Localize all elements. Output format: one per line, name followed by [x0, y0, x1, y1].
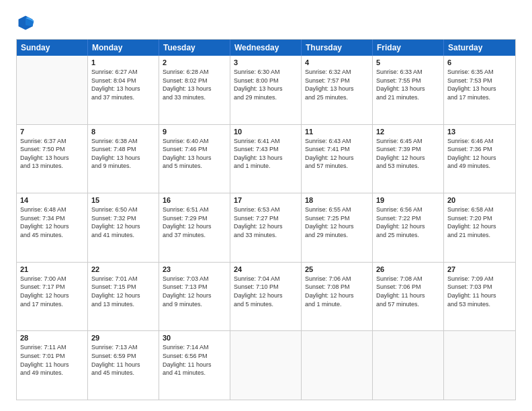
- calendar-row-3: 21Sunrise: 7:00 AM Sunset: 7:17 PM Dayli…: [17, 263, 515, 332]
- day-info: Sunrise: 6:43 AM Sunset: 7:41 PM Dayligh…: [305, 137, 369, 171]
- day-cell-26: 26Sunrise: 7:08 AM Sunset: 7:06 PM Dayli…: [373, 263, 444, 331]
- calendar-body: 1Sunrise: 6:27 AM Sunset: 8:04 PM Daylig…: [17, 56, 515, 400]
- calendar-row-0: 1Sunrise: 6:27 AM Sunset: 8:04 PM Daylig…: [17, 56, 515, 125]
- day-info: Sunrise: 6:38 AM Sunset: 7:48 PM Dayligh…: [91, 137, 155, 171]
- weekday-header-wednesday: Wednesday: [230, 40, 302, 56]
- day-info: Sunrise: 7:03 AM Sunset: 7:13 PM Dayligh…: [163, 275, 226, 308]
- day-cell-10: 10Sunrise: 6:41 AM Sunset: 7:43 PM Dayli…: [230, 125, 302, 193]
- empty-cell: [230, 331, 302, 400]
- day-info: Sunrise: 6:46 AM Sunset: 7:36 PM Dayligh…: [447, 137, 512, 171]
- day-number: 16: [163, 196, 226, 204]
- day-cell-15: 15Sunrise: 6:50 AM Sunset: 7:32 PM Dayli…: [88, 193, 159, 262]
- day-info: Sunrise: 6:51 AM Sunset: 7:29 PM Dayligh…: [163, 205, 226, 239]
- day-number: 30: [163, 334, 226, 342]
- day-number: 20: [447, 196, 512, 204]
- day-number: 25: [305, 265, 369, 273]
- day-info: Sunrise: 6:48 AM Sunset: 7:34 PM Dayligh…: [20, 205, 84, 239]
- weekday-header-saturday: Saturday: [444, 40, 515, 56]
- day-cell-23: 23Sunrise: 7:03 AM Sunset: 7:13 PM Dayli…: [159, 263, 230, 331]
- calendar-row-2: 14Sunrise: 6:48 AM Sunset: 7:34 PM Dayli…: [17, 193, 515, 263]
- day-number: 17: [234, 196, 298, 204]
- day-info: Sunrise: 7:08 AM Sunset: 7:06 PM Dayligh…: [376, 275, 440, 308]
- day-cell-3: 3Sunrise: 6:30 AM Sunset: 8:00 PM Daylig…: [230, 56, 302, 124]
- day-number: 24: [234, 265, 298, 273]
- day-number: 11: [305, 128, 369, 136]
- day-cell-8: 8Sunrise: 6:38 AM Sunset: 7:48 PM Daylig…: [88, 125, 159, 193]
- day-number: 18: [305, 196, 369, 204]
- day-number: 22: [91, 265, 155, 273]
- day-cell-16: 16Sunrise: 6:51 AM Sunset: 7:29 PM Dayli…: [159, 193, 230, 262]
- day-number: 21: [20, 265, 84, 273]
- weekday-header-sunday: Sunday: [17, 40, 88, 56]
- day-number: 7: [20, 128, 84, 136]
- day-info: Sunrise: 6:41 AM Sunset: 7:43 PM Dayligh…: [234, 137, 298, 171]
- empty-cell: [302, 331, 373, 400]
- day-info: Sunrise: 6:45 AM Sunset: 7:39 PM Dayligh…: [376, 137, 440, 171]
- day-info: Sunrise: 6:27 AM Sunset: 8:04 PM Dayligh…: [91, 68, 155, 101]
- day-cell-21: 21Sunrise: 7:00 AM Sunset: 7:17 PM Dayli…: [17, 263, 88, 331]
- day-cell-13: 13Sunrise: 6:46 AM Sunset: 7:36 PM Dayli…: [444, 125, 515, 193]
- day-number: 12: [376, 128, 440, 136]
- day-info: Sunrise: 7:01 AM Sunset: 7:15 PM Dayligh…: [91, 275, 155, 308]
- calendar-header: SundayMondayTuesdayWednesdayThursdayFrid…: [17, 40, 515, 56]
- day-cell-17: 17Sunrise: 6:53 AM Sunset: 7:27 PM Dayli…: [230, 193, 302, 262]
- day-cell-2: 2Sunrise: 6:28 AM Sunset: 8:02 PM Daylig…: [159, 56, 230, 124]
- day-info: Sunrise: 7:04 AM Sunset: 7:10 PM Dayligh…: [234, 275, 298, 308]
- day-info: Sunrise: 6:35 AM Sunset: 7:53 PM Dayligh…: [447, 68, 512, 101]
- day-info: Sunrise: 6:40 AM Sunset: 7:46 PM Dayligh…: [163, 137, 226, 171]
- day-info: Sunrise: 6:58 AM Sunset: 7:20 PM Dayligh…: [447, 205, 512, 239]
- day-info: Sunrise: 6:50 AM Sunset: 7:32 PM Dayligh…: [91, 205, 155, 239]
- day-cell-19: 19Sunrise: 6:56 AM Sunset: 7:22 PM Dayli…: [373, 193, 444, 262]
- day-number: 2: [163, 58, 226, 66]
- day-info: Sunrise: 6:30 AM Sunset: 8:00 PM Dayligh…: [234, 68, 298, 101]
- day-cell-7: 7Sunrise: 6:37 AM Sunset: 7:50 PM Daylig…: [17, 125, 88, 193]
- weekday-header-friday: Friday: [373, 40, 444, 56]
- weekday-header-thursday: Thursday: [302, 40, 373, 56]
- day-number: 1: [91, 58, 155, 66]
- day-cell-24: 24Sunrise: 7:04 AM Sunset: 7:10 PM Dayli…: [230, 263, 302, 331]
- day-number: 5: [376, 58, 440, 66]
- day-info: Sunrise: 6:37 AM Sunset: 7:50 PM Dayligh…: [20, 137, 84, 171]
- day-cell-22: 22Sunrise: 7:01 AM Sunset: 7:15 PM Dayli…: [88, 263, 159, 331]
- header: [16, 13, 516, 32]
- day-info: Sunrise: 7:00 AM Sunset: 7:17 PM Dayligh…: [20, 275, 84, 308]
- day-cell-30: 30Sunrise: 7:14 AM Sunset: 6:56 PM Dayli…: [159, 331, 230, 400]
- day-number: 10: [234, 128, 298, 136]
- day-cell-20: 20Sunrise: 6:58 AM Sunset: 7:20 PM Dayli…: [444, 193, 515, 262]
- day-info: Sunrise: 6:32 AM Sunset: 7:57 PM Dayligh…: [305, 68, 369, 101]
- day-cell-28: 28Sunrise: 7:11 AM Sunset: 7:01 PM Dayli…: [17, 331, 88, 400]
- day-number: 6: [447, 58, 512, 66]
- empty-cell: [373, 331, 444, 400]
- day-number: 13: [447, 128, 512, 136]
- day-number: 23: [163, 265, 226, 273]
- day-info: Sunrise: 7:14 AM Sunset: 6:56 PM Dayligh…: [163, 343, 226, 377]
- day-number: 27: [447, 265, 512, 273]
- weekday-header-tuesday: Tuesday: [159, 40, 230, 56]
- logo-icon: [16, 13, 35, 32]
- day-cell-9: 9Sunrise: 6:40 AM Sunset: 7:46 PM Daylig…: [159, 125, 230, 193]
- day-cell-14: 14Sunrise: 6:48 AM Sunset: 7:34 PM Dayli…: [17, 193, 88, 262]
- day-number: 29: [91, 334, 155, 342]
- day-cell-25: 25Sunrise: 7:06 AM Sunset: 7:08 PM Dayli…: [302, 263, 373, 331]
- calendar: SundayMondayTuesdayWednesdayThursdayFrid…: [16, 39, 516, 400]
- day-cell-12: 12Sunrise: 6:45 AM Sunset: 7:39 PM Dayli…: [373, 125, 444, 193]
- day-cell-29: 29Sunrise: 7:13 AM Sunset: 6:59 PM Dayli…: [88, 331, 159, 400]
- day-cell-6: 6Sunrise: 6:35 AM Sunset: 7:53 PM Daylig…: [444, 56, 515, 124]
- day-cell-27: 27Sunrise: 7:09 AM Sunset: 7:03 PM Dayli…: [444, 263, 515, 331]
- day-info: Sunrise: 6:56 AM Sunset: 7:22 PM Dayligh…: [376, 205, 440, 239]
- logo: [16, 13, 39, 32]
- day-info: Sunrise: 7:11 AM Sunset: 7:01 PM Dayligh…: [20, 343, 84, 377]
- day-cell-18: 18Sunrise: 6:55 AM Sunset: 7:25 PM Dayli…: [302, 193, 373, 262]
- day-cell-5: 5Sunrise: 6:33 AM Sunset: 7:55 PM Daylig…: [373, 56, 444, 124]
- day-info: Sunrise: 6:55 AM Sunset: 7:25 PM Dayligh…: [305, 205, 369, 239]
- weekday-header-monday: Monday: [88, 40, 159, 56]
- day-cell-4: 4Sunrise: 6:32 AM Sunset: 7:57 PM Daylig…: [302, 56, 373, 124]
- calendar-row-4: 28Sunrise: 7:11 AM Sunset: 7:01 PM Dayli…: [17, 331, 515, 400]
- day-number: 26: [376, 265, 440, 273]
- day-info: Sunrise: 7:09 AM Sunset: 7:03 PM Dayligh…: [447, 275, 512, 308]
- day-number: 4: [305, 58, 369, 66]
- day-info: Sunrise: 6:53 AM Sunset: 7:27 PM Dayligh…: [234, 205, 298, 239]
- day-info: Sunrise: 7:13 AM Sunset: 6:59 PM Dayligh…: [91, 343, 155, 377]
- day-info: Sunrise: 6:28 AM Sunset: 8:02 PM Dayligh…: [163, 68, 226, 101]
- day-number: 9: [163, 128, 226, 136]
